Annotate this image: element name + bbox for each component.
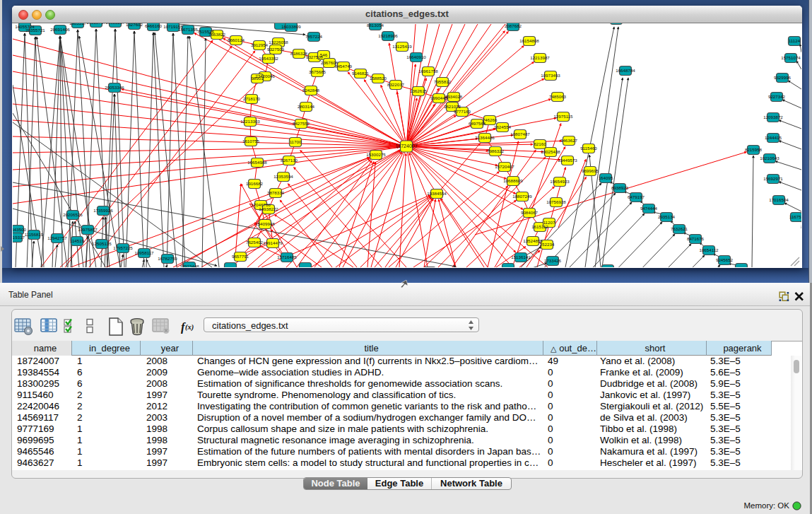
svg-text:10025438: 10025438 [541, 149, 560, 154]
svg-text:20355721: 20355721 [25, 28, 45, 33]
svg-text:10654112: 10654112 [699, 247, 719, 252]
svg-text:11207: 11207 [543, 220, 555, 225]
svg-text:9463627: 9463627 [560, 138, 578, 143]
svg-text:8267130: 8267130 [281, 158, 298, 163]
svg-text:114519: 114519 [70, 238, 85, 243]
svg-text:8813054: 8813054 [367, 23, 384, 28]
svg-text:8322037: 8322037 [387, 82, 405, 87]
svg-text:21364486: 21364486 [475, 135, 495, 140]
svg-text:10654988: 10654988 [247, 160, 267, 165]
svg-text:10958117: 10958117 [134, 250, 154, 255]
svg-text:12093872: 12093872 [763, 115, 783, 119]
svg-text:8186328: 8186328 [290, 51, 308, 56]
svg-text:15409948: 15409948 [255, 221, 275, 226]
svg-text:2087682: 2087682 [505, 23, 522, 28]
svg-text:10210643: 10210643 [760, 156, 779, 160]
svg-text:2935134: 2935134 [658, 214, 676, 219]
svg-text:10653287: 10653287 [105, 23, 125, 25]
svg-text:12213987: 12213987 [530, 55, 550, 60]
svg-text:9115460: 9115460 [580, 146, 597, 151]
svg-text:10973493: 10973493 [541, 73, 560, 78]
svg-text:9245652: 9245652 [716, 257, 734, 262]
svg-text:14914479: 14914479 [263, 240, 283, 245]
svg-text:7625402: 7625402 [246, 240, 264, 245]
svg-text:1244415: 1244415 [765, 135, 782, 140]
svg-text:16782759: 16782759 [158, 256, 177, 261]
svg-text:14938222: 14938222 [259, 206, 278, 211]
svg-text:6479197: 6479197 [628, 194, 645, 199]
svg-text:8454749: 8454749 [335, 64, 353, 69]
svg-text:13226058: 13226058 [269, 40, 288, 45]
svg-text:10975857: 10975857 [78, 227, 98, 232]
svg-text:6934028: 6934028 [445, 94, 463, 99]
svg-text:20691406: 20691406 [50, 27, 70, 32]
svg-text:9327509: 9327509 [267, 47, 285, 52]
svg-text:19218906: 19218906 [378, 33, 398, 38]
svg-text:11124: 11124 [789, 38, 801, 43]
svg-text:8427552: 8427552 [293, 121, 310, 126]
svg-text:3912954: 3912954 [251, 42, 269, 47]
svg-text:11156819: 11156819 [25, 232, 44, 237]
svg-text:6466160: 6466160 [145, 23, 163, 28]
svg-text:1643500: 1643500 [13, 227, 27, 232]
svg-text:19654923: 19654923 [550, 179, 570, 184]
svg-text:12353594: 12353594 [273, 174, 293, 179]
svg-text:12505135: 12505135 [92, 241, 112, 246]
svg-text:9699695: 9699695 [582, 168, 599, 173]
svg-text:12942757: 12942757 [47, 235, 67, 240]
svg-text:19384554: 19384554 [427, 191, 447, 196]
svg-text:10688609: 10688609 [503, 178, 523, 183]
svg-text:17957225: 17957225 [113, 245, 133, 250]
svg-text:8215958: 8215958 [745, 147, 763, 152]
svg-text:1327602: 1327602 [126, 23, 143, 27]
svg-text:1621072: 1621072 [444, 104, 461, 109]
svg-text:15692971: 15692971 [763, 176, 783, 181]
svg-text:3675685: 3675685 [309, 69, 326, 74]
svg-text:10756928: 10756928 [546, 199, 566, 204]
svg-text:13449573: 13449573 [558, 158, 577, 163]
svg-text:16961758: 16961758 [418, 69, 438, 74]
svg-text:9084067: 9084067 [521, 210, 539, 215]
svg-text:17016504: 17016504 [769, 197, 789, 202]
svg-text:16648784: 16648784 [616, 68, 635, 73]
svg-text:9777169: 9777169 [454, 109, 471, 114]
svg-text:252234: 252234 [540, 242, 555, 247]
svg-text:8938923: 8938923 [611, 185, 629, 190]
svg-text:1610755: 1610755 [242, 139, 260, 144]
svg-text:9146821: 9146821 [352, 71, 370, 76]
svg-text:8471676: 8471676 [687, 236, 705, 241]
svg-text:546: 546 [320, 52, 328, 57]
svg-text:9329996: 9329996 [774, 75, 792, 80]
svg-text:1916682: 1916682 [246, 181, 264, 186]
svg-text:16033809: 16033809 [281, 24, 301, 29]
svg-text:9657791: 9657791 [232, 254, 249, 259]
svg-text:98901: 98901 [251, 76, 264, 81]
svg-text:15300275: 15300275 [366, 152, 386, 157]
svg-text:62160: 62160 [534, 141, 546, 146]
svg-text:18807249: 18807249 [512, 194, 532, 199]
svg-text:3878334: 3878334 [267, 190, 285, 195]
svg-text:1615112: 1615112 [531, 224, 548, 229]
svg-text:1733426: 1733426 [544, 258, 562, 263]
svg-text:11700: 11700 [290, 139, 302, 144]
svg-text:15716485: 15716485 [277, 255, 297, 259]
svg-text:9227342: 9227342 [768, 94, 786, 99]
svg-text:7986322: 7986322 [487, 148, 505, 153]
svg-text:16640910: 16640910 [406, 54, 426, 59]
svg-text:9474444: 9474444 [640, 206, 658, 211]
svg-text:7485063: 7485063 [549, 94, 567, 99]
svg-text:15136141: 15136141 [511, 255, 531, 259]
svg-text:20206526: 20206526 [63, 212, 83, 217]
svg-text:10807487: 10807487 [510, 132, 530, 136]
svg-text:2803144: 2803144 [298, 104, 315, 109]
svg-text:10543352: 10543352 [259, 56, 278, 61]
svg-text:7857224: 7857224 [305, 34, 323, 39]
svg-text:7632621: 7632621 [671, 226, 688, 231]
svg-text:12923448: 12923448 [180, 264, 199, 267]
svg-text:13125419: 13125419 [392, 44, 412, 49]
svg-text:20053346: 20053346 [105, 85, 124, 90]
svg-text:116753: 116753 [789, 214, 801, 219]
svg-text:17359926: 17359926 [93, 208, 113, 213]
svg-text:(x): (x) [185, 323, 194, 332]
svg-text:164095: 164095 [599, 175, 613, 180]
